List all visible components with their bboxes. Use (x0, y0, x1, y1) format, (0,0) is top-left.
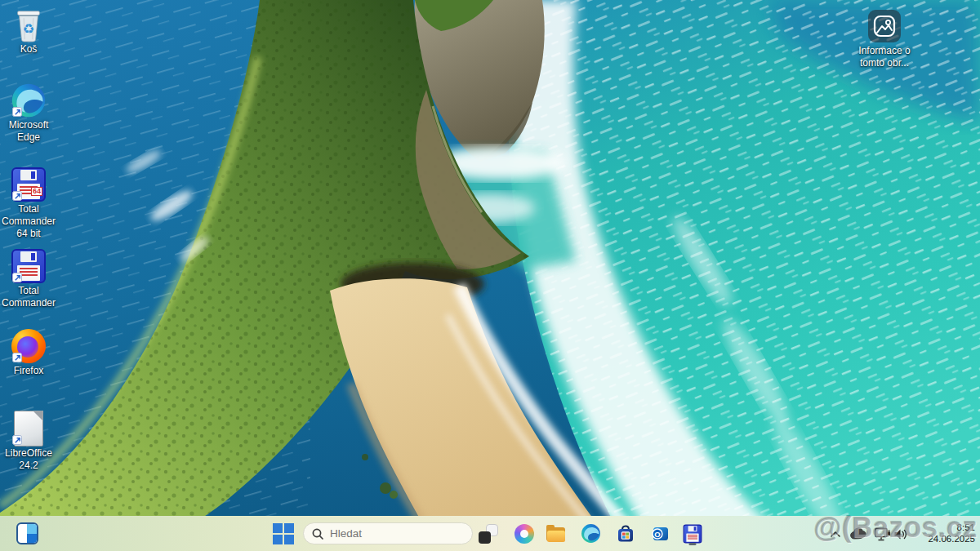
desktop-icon-label: Microsoft Edge (0, 119, 60, 144)
task-view-button[interactable] (473, 521, 504, 546)
total-commander-icon: 64 (11, 167, 47, 202)
chevron-up-icon (829, 529, 842, 539)
desktop-icon-total-commander-64bit[interactable]: 64 Total Commander 64 bit (0, 167, 60, 240)
clock-time: 8:51 (928, 522, 975, 534)
windows-logo-icon (273, 523, 294, 544)
edge-icon (11, 82, 47, 118)
libreoffice-icon (11, 411, 47, 447)
shortcut-arrow-icon (12, 353, 22, 362)
desktop-icon-label: Firefox (14, 365, 44, 377)
total-commander-button[interactable] (677, 521, 708, 546)
shortcut-arrow-icon (12, 435, 22, 445)
shortcut-arrow-icon (12, 107, 22, 117)
desktop-icon-total-commander[interactable]: Total Commander (0, 248, 60, 309)
running-indicator (689, 543, 697, 545)
taskbar-clock[interactable]: 8:51 24.06.2025 (928, 522, 975, 544)
microsoft-store-button[interactable] (610, 521, 641, 546)
search-input[interactable] (303, 522, 473, 544)
shortcut-arrow-icon (12, 273, 22, 282)
folder-icon (546, 525, 566, 543)
widgets-icon (16, 522, 38, 544)
cloud-icon (849, 527, 867, 541)
taskbar-search (303, 522, 473, 544)
total-commander-icon (11, 248, 47, 284)
picture-info-icon (866, 8, 902, 44)
desktop-icon-microsoft-edge[interactable]: Microsoft Edge (0, 82, 60, 144)
file-explorer-button[interactable] (541, 521, 572, 546)
edge-icon (581, 523, 601, 544)
badge-64: 64 (31, 187, 42, 196)
recycle-bin-icon: ♻ (11, 7, 47, 42)
hidden-icons-chevron-button[interactable] (825, 523, 846, 544)
desktop-icon-label: Total Commander 64 bit (0, 203, 60, 240)
desktop-screen: ♻ Koš Microsoft Edge 64 Total Commander … (0, 0, 980, 551)
ethernet-display-icon (874, 527, 892, 542)
task-view-icon (479, 524, 498, 544)
recycle-symbol: ♻ (23, 21, 35, 36)
store-icon (616, 524, 635, 544)
outlook-icon: O (650, 524, 670, 544)
shortcut-arrow-icon (12, 191, 22, 201)
copilot-button[interactable] (509, 521, 540, 546)
clock-date: 24.06.2025 (928, 534, 975, 545)
desktop-icon-firefox[interactable]: Firefox (0, 328, 60, 377)
onedrive-tray-button[interactable] (848, 523, 869, 544)
volume-tray-button[interactable] (890, 523, 911, 544)
firefox-icon (11, 328, 47, 364)
desktop-icon-spotlight-info[interactable]: Informace o tomto obr... (846, 8, 923, 69)
wallpaper-kelingking-beach (0, 0, 980, 551)
desktop-icon-libreoffice[interactable]: LibreOffice 24.2 (0, 411, 60, 472)
outlook-letter: O (654, 529, 660, 538)
desktop-icon-label: Koš (20, 43, 38, 56)
start-button[interactable] (270, 521, 297, 546)
desktop-icon-label: LibreOffice 24.2 (0, 447, 60, 472)
desktop-icon-label: Informace o tomto obr... (846, 45, 923, 69)
desktop-icon-label: Total Commander (0, 285, 60, 309)
widgets-button[interactable] (11, 521, 42, 546)
taskbar: O (0, 516, 980, 551)
edge-button[interactable] (575, 521, 606, 546)
speaker-icon (893, 527, 909, 541)
copilot-icon (514, 524, 534, 544)
outlook-button[interactable]: O (644, 521, 675, 546)
total-commander-icon (683, 524, 702, 544)
desktop-icon-recycle-bin[interactable]: ♻ Koš (0, 7, 60, 56)
